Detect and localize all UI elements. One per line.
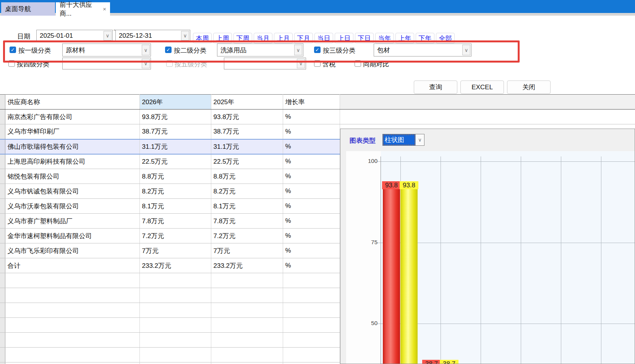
cell: % bbox=[283, 199, 340, 214]
excel-button[interactable]: EXCEL bbox=[460, 81, 504, 94]
quick-link-1[interactable]: 上周 bbox=[213, 33, 232, 43]
checkbox-compare[interactable] bbox=[355, 60, 361, 67]
row-selector[interactable] bbox=[0, 333, 5, 348]
cell: 7万元 bbox=[211, 243, 283, 258]
row-selector[interactable] bbox=[0, 214, 5, 229]
cell bbox=[283, 362, 340, 364]
row-selector[interactable] bbox=[0, 199, 5, 214]
cell: 31.1万元 bbox=[139, 139, 211, 154]
cell-filler bbox=[340, 110, 635, 124]
cell bbox=[139, 288, 211, 303]
quick-link-5[interactable]: 下月 bbox=[294, 33, 313, 43]
close-icon[interactable]: × bbox=[103, 6, 106, 12]
table-row[interactable]: 南京杰彩广告有限公司93.8万元93.8万元% bbox=[0, 110, 635, 124]
quick-link-4[interactable]: 上月 bbox=[274, 33, 293, 43]
chevron-down-icon: ∨ bbox=[294, 45, 302, 55]
level3-select[interactable]: 包材 ∨ bbox=[374, 43, 471, 56]
quick-link-9[interactable]: 当年 bbox=[375, 33, 394, 43]
row-selector[interactable] bbox=[0, 273, 5, 288]
cell bbox=[5, 273, 139, 288]
cell: % bbox=[283, 258, 340, 273]
cell: 8.1万元 bbox=[211, 199, 283, 214]
cell: % bbox=[283, 124, 340, 139]
cell: 上海思高印刷科技有限公司 bbox=[5, 154, 139, 169]
close-button[interactable]: 关闭 bbox=[507, 81, 551, 94]
chart-panel-left-margin bbox=[340, 129, 346, 364]
row-selector[interactable] bbox=[0, 288, 5, 303]
quick-link-12[interactable]: 全部 bbox=[436, 33, 455, 43]
cell bbox=[283, 273, 340, 288]
plot-background bbox=[381, 151, 635, 364]
checkbox-level3[interactable]: ✓ bbox=[314, 47, 321, 53]
checkbox-tax[interactable] bbox=[314, 60, 321, 67]
checkbox-level2[interactable]: ✓ bbox=[165, 47, 172, 53]
column-header-0[interactable]: 供应商名称 bbox=[5, 95, 139, 110]
row-selector[interactable] bbox=[0, 258, 5, 273]
cell: % bbox=[283, 243, 340, 258]
cell: % bbox=[283, 229, 340, 243]
cell: % bbox=[283, 139, 340, 154]
row-selector[interactable] bbox=[0, 110, 5, 124]
level2-select[interactable]: 洗涤用品 ∨ bbox=[217, 43, 303, 56]
quick-link-10[interactable]: 上年 bbox=[395, 33, 414, 43]
checkbox-tax-label: 含税 bbox=[322, 60, 335, 69]
cell bbox=[211, 273, 283, 288]
cell: 义乌市华鲜印刷厂 bbox=[5, 124, 139, 139]
quick-link-3[interactable]: 当月 bbox=[254, 33, 272, 43]
cell bbox=[211, 318, 283, 333]
cell: 93.8万元 bbox=[211, 110, 283, 124]
row-selector[interactable] bbox=[0, 139, 5, 154]
row-selector[interactable] bbox=[0, 169, 5, 184]
row-selector[interactable] bbox=[0, 303, 5, 318]
row-selector[interactable] bbox=[0, 229, 5, 243]
row-selector[interactable] bbox=[0, 318, 5, 333]
column-header-3[interactable]: 增长率 bbox=[283, 95, 340, 110]
bar-2026年 bbox=[383, 182, 400, 364]
v-gridline bbox=[441, 156, 441, 364]
column-header-filler bbox=[340, 95, 635, 110]
quick-link-11[interactable]: 下年 bbox=[416, 33, 434, 43]
level2-value: 洗涤用品 bbox=[220, 46, 246, 55]
cell bbox=[283, 318, 340, 333]
cell: 233.2万元 bbox=[139, 258, 211, 273]
checkbox-level5-label: 按五级分类 bbox=[175, 60, 207, 69]
y-axis bbox=[381, 156, 381, 364]
row-selector[interactable] bbox=[0, 124, 5, 139]
checkbox-level1[interactable]: ✓ bbox=[10, 47, 16, 53]
cell: 义乌市钒诚包装有限公司 bbox=[5, 184, 139, 199]
quick-link-8[interactable]: 下日 bbox=[355, 33, 374, 43]
row-selector[interactable] bbox=[0, 362, 5, 364]
date-from-value: 2025-01-01 bbox=[40, 32, 73, 40]
v-gridline bbox=[481, 156, 481, 364]
quick-link-0[interactable]: 本周 bbox=[193, 33, 212, 43]
row-selector[interactable] bbox=[0, 184, 5, 199]
y-tick-label: 75 bbox=[361, 239, 377, 245]
level4-select[interactable]: ∨ bbox=[62, 58, 151, 69]
date-to-select[interactable]: 2025-12-31 ∨ bbox=[115, 30, 190, 42]
date-to-value: 2025-12-31 bbox=[119, 32, 152, 40]
row-selector[interactable] bbox=[0, 348, 5, 362]
query-button[interactable]: 查询 bbox=[414, 81, 457, 94]
level3-value: 包材 bbox=[377, 46, 390, 55]
chart-type-select[interactable]: 柱状图 ∨ bbox=[382, 134, 424, 146]
checkbox-level4[interactable] bbox=[8, 60, 15, 67]
tab-desktop-nav[interactable]: 桌面导航 bbox=[1, 2, 55, 16]
row-selector[interactable] bbox=[0, 243, 5, 258]
quick-link-7[interactable]: 上日 bbox=[335, 33, 353, 43]
cell bbox=[139, 362, 211, 364]
quick-link-6[interactable]: 当日 bbox=[314, 33, 333, 43]
row-selector[interactable] bbox=[0, 154, 5, 169]
level1-select[interactable]: 原材料 ∨ bbox=[62, 43, 151, 56]
column-header-1[interactable]: 2026年 bbox=[139, 95, 211, 110]
cell bbox=[283, 303, 340, 318]
cell: % bbox=[283, 214, 340, 229]
level5-select[interactable]: ∨ bbox=[224, 58, 306, 69]
cell bbox=[5, 288, 139, 303]
column-header-2[interactable]: 2025年 bbox=[211, 95, 283, 110]
quick-link-2[interactable]: 下周 bbox=[233, 33, 252, 43]
tab-top10-suppliers[interactable]: 前十大供应商... × bbox=[56, 2, 110, 16]
date-from-select[interactable]: 2025-01-01 ∨ bbox=[36, 30, 113, 42]
h-gridline bbox=[381, 243, 635, 243]
cell: 义乌市赛广塑料制品厂 bbox=[5, 214, 139, 229]
cell: 22.5万元 bbox=[211, 154, 283, 169]
